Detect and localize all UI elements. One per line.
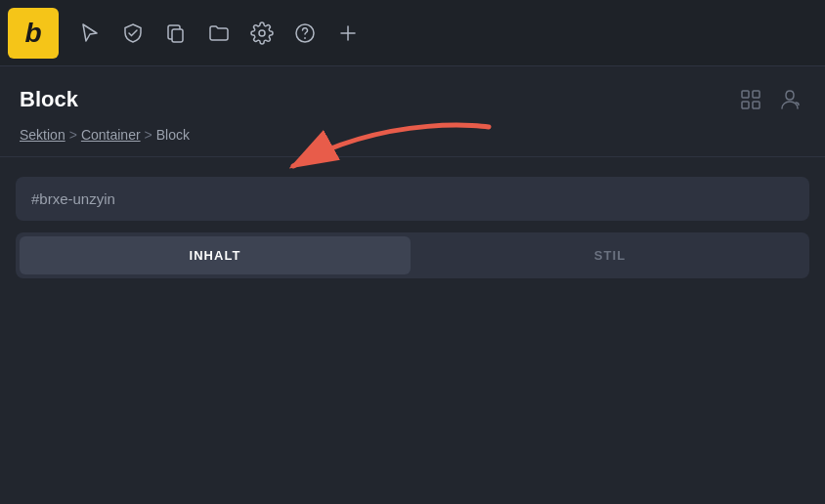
gear-icon[interactable]	[242, 14, 282, 53]
tab-row: INHALT STIL	[16, 232, 809, 278]
tab-stil[interactable]: STIL	[414, 236, 805, 274]
breadcrumb-block: Block	[156, 127, 190, 143]
toolbar: b	[0, 0, 825, 66]
panel-title-icons	[735, 84, 805, 115]
panel-title: Block	[20, 87, 78, 112]
folder-icon[interactable]	[199, 14, 239, 53]
cursor-icon[interactable]	[70, 14, 109, 53]
plus-icon[interactable]	[328, 14, 368, 53]
breadcrumb-sep-2: >	[145, 127, 152, 143]
panel-title-row: Block	[20, 84, 805, 115]
breadcrumb-container: Sektion > Container > Block	[20, 127, 805, 143]
copy-icon[interactable]	[156, 14, 195, 53]
logo-letter: b	[24, 18, 41, 49]
svg-point-1	[259, 30, 265, 36]
shield-icon[interactable]	[113, 14, 152, 53]
svg-rect-6	[742, 102, 749, 108]
panel: Block	[0, 66, 825, 504]
logo[interactable]: b	[8, 8, 59, 59]
svg-rect-5	[753, 91, 760, 98]
breadcrumb: Sektion > Container > Block	[20, 127, 805, 143]
breadcrumb-container[interactable]: Container	[81, 127, 141, 143]
layout-icon[interactable]	[735, 84, 766, 115]
panel-content: INHALT STIL	[0, 157, 825, 298]
svg-rect-7	[753, 102, 760, 108]
svg-rect-4	[742, 91, 749, 98]
question-icon[interactable]	[285, 14, 325, 53]
tab-inhalt[interactable]: INHALT	[20, 236, 411, 274]
id-input[interactable]	[16, 177, 809, 221]
panel-header: Block	[0, 66, 825, 157]
person-icon[interactable]	[774, 84, 805, 115]
svg-point-3	[305, 37, 306, 38]
svg-rect-0	[172, 29, 183, 42]
breadcrumb-sep-1: >	[69, 127, 77, 143]
breadcrumb-sektion[interactable]: Sektion	[20, 127, 65, 143]
